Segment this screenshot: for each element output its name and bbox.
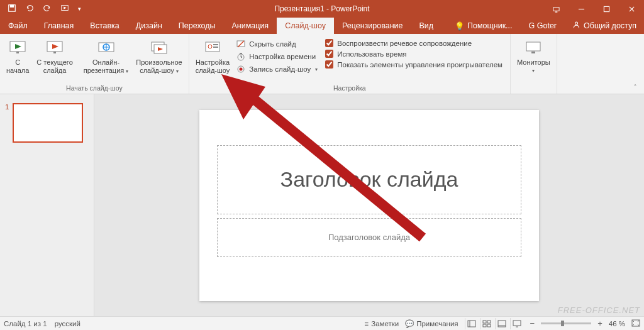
- group-label-monitors: [513, 84, 554, 92]
- title-placeholder[interactable]: Заголовок слайда: [217, 145, 521, 214]
- group-monitors: Мониторы▾: [511, 34, 557, 94]
- qat-customize-icon[interactable]: ▾: [78, 6, 81, 12]
- svg-marker-3: [64, 6, 66, 9]
- present-online-icon: [97, 38, 115, 58]
- from-current-button[interactable]: С текущегослайда: [33, 36, 76, 77]
- group-setup: Настройкаслайд-шоу Скрыть слайд Настройк…: [189, 34, 511, 94]
- tab-transitions[interactable]: Переходы: [170, 18, 224, 34]
- monitor-icon: [525, 38, 542, 58]
- share-icon: [572, 21, 580, 31]
- svg-rect-36: [487, 321, 491, 323]
- notes-icon: ≡: [364, 320, 369, 327]
- svg-rect-37: [483, 324, 486, 327]
- clock-icon: [236, 52, 246, 62]
- zoom-in-button[interactable]: +: [597, 319, 602, 328]
- tab-view[interactable]: Вид: [411, 18, 441, 34]
- thumbnail-number: 1: [5, 103, 9, 143]
- show-media-controls-checkbox[interactable]: Показать элементы управления проигрывате…: [325, 60, 502, 69]
- normal-view-icon[interactable]: [465, 318, 479, 329]
- tell-me[interactable]: 💡 Помощник...: [447, 21, 521, 31]
- window-controls: [543, 0, 644, 18]
- ribbon-options-icon[interactable]: [543, 0, 569, 18]
- svg-rect-24: [213, 47, 218, 48]
- zoom-out-button[interactable]: −: [530, 319, 535, 328]
- rehearse-timings-button[interactable]: Настройка времени: [236, 52, 318, 62]
- svg-rect-35: [483, 321, 486, 323]
- tab-file[interactable]: Файл: [0, 18, 36, 34]
- custom-slideshow-icon: [150, 38, 168, 58]
- maximize-icon[interactable]: [594, 0, 619, 18]
- from-beginning-button[interactable]: Сначала: [3, 36, 33, 77]
- slideshow-view-icon[interactable]: [510, 318, 524, 329]
- close-icon[interactable]: [619, 0, 644, 18]
- present-online-button[interactable]: Онлайн-презентация ▾: [80, 36, 133, 77]
- notes-button[interactable]: ≡Заметки: [364, 320, 399, 327]
- title-bar: ▾ Презентация1 - PowerPoint: [0, 0, 644, 18]
- fit-to-window-icon[interactable]: [631, 319, 640, 328]
- zoom-level[interactable]: 46 %: [609, 320, 625, 327]
- record-icon: [236, 64, 246, 74]
- comments-button[interactable]: 💬Примечания: [405, 319, 458, 328]
- tab-home[interactable]: Главная: [36, 18, 82, 34]
- svg-rect-15: [53, 52, 56, 53]
- use-timings-checkbox[interactable]: Использовать время: [325, 50, 502, 58]
- svg-rect-38: [487, 324, 491, 327]
- setup-slideshow-button[interactable]: Настройкаслайд-шоу: [192, 36, 234, 77]
- share-button[interactable]: Общий доступ: [565, 21, 644, 31]
- slide-thumbnail-1[interactable]: 1: [5, 103, 89, 143]
- svg-rect-33: [468, 321, 475, 327]
- svg-rect-32: [531, 52, 535, 53]
- thumbnail-preview: [13, 103, 83, 143]
- start-from-beginning-icon[interactable]: [60, 4, 69, 14]
- svg-rect-41: [513, 321, 521, 326]
- tab-design[interactable]: Дизайн: [128, 18, 170, 34]
- svg-rect-28: [240, 53, 242, 54]
- hide-slide-icon: [236, 39, 246, 49]
- setup-slideshow-icon: [204, 38, 221, 58]
- chevron-down-icon: ▾: [315, 67, 318, 72]
- chevron-down-icon: ▾: [176, 69, 179, 74]
- zoom-slider[interactable]: [541, 322, 591, 324]
- svg-point-9: [575, 22, 577, 25]
- svg-rect-6: [604, 6, 609, 11]
- redo-icon[interactable]: [43, 4, 52, 14]
- minimize-icon[interactable]: [569, 0, 594, 18]
- account-name[interactable]: G Goter: [521, 21, 565, 30]
- svg-point-30: [240, 68, 243, 71]
- monitors-button[interactable]: Мониторы▾: [513, 36, 554, 77]
- play-narrations-checkbox[interactable]: Воспроизвести речевое сопровождение: [325, 39, 502, 47]
- collapse-ribbon-icon[interactable]: ˆ: [626, 34, 644, 94]
- window-title: Презентация1 - PowerPoint: [274, 4, 369, 13]
- save-icon[interactable]: [8, 4, 16, 14]
- reading-view-icon[interactable]: [495, 318, 509, 329]
- slide-canvas: Заголовок слайда Подзаголовок слайда: [199, 110, 539, 301]
- tell-me-label: Помощник...: [467, 21, 513, 30]
- tab-insert[interactable]: Вставка: [82, 18, 127, 34]
- custom-slideshow-button[interactable]: Произвольноеслайд-шоу ▾: [132, 36, 186, 77]
- status-bar: Слайд 1 из 1 русский ≡Заметки 💬Примечани…: [0, 316, 644, 330]
- sorter-view-icon[interactable]: [480, 318, 494, 329]
- ribbon: Сначала С текущегослайда Онлайн-презента…: [0, 34, 644, 94]
- view-buttons: [465, 318, 524, 329]
- thumbnail-pane: 1: [0, 94, 94, 316]
- record-slideshow-button[interactable]: Запись слайд-шоу▾: [236, 64, 318, 74]
- tab-slideshow[interactable]: Слайд-шоу: [277, 18, 334, 34]
- quick-access-toolbar: ▾: [0, 4, 81, 14]
- undo-icon[interactable]: [25, 4, 34, 14]
- play-from-start-icon: [9, 38, 26, 58]
- comments-icon: 💬: [405, 319, 414, 328]
- play-from-current-icon: [46, 38, 64, 58]
- svg-rect-31: [526, 42, 540, 51]
- subtitle-placeholder[interactable]: Подзаголовок слайда: [217, 218, 521, 257]
- svg-rect-12: [16, 52, 19, 53]
- slide-counter[interactable]: Слайд 1 из 1: [4, 320, 47, 327]
- svg-rect-23: [213, 44, 218, 45]
- slide-editor[interactable]: Заголовок слайда Подзаголовок слайда: [94, 94, 644, 316]
- tab-review[interactable]: Рецензирование: [334, 18, 411, 34]
- chevron-down-icon: ▾: [517, 67, 550, 75]
- svg-rect-4: [553, 7, 558, 11]
- language-indicator[interactable]: русский: [55, 320, 80, 327]
- tab-animations[interactable]: Анимация: [223, 18, 277, 34]
- hide-slide-button[interactable]: Скрыть слайд: [236, 39, 318, 49]
- group-label-setup: Настройка: [192, 84, 508, 92]
